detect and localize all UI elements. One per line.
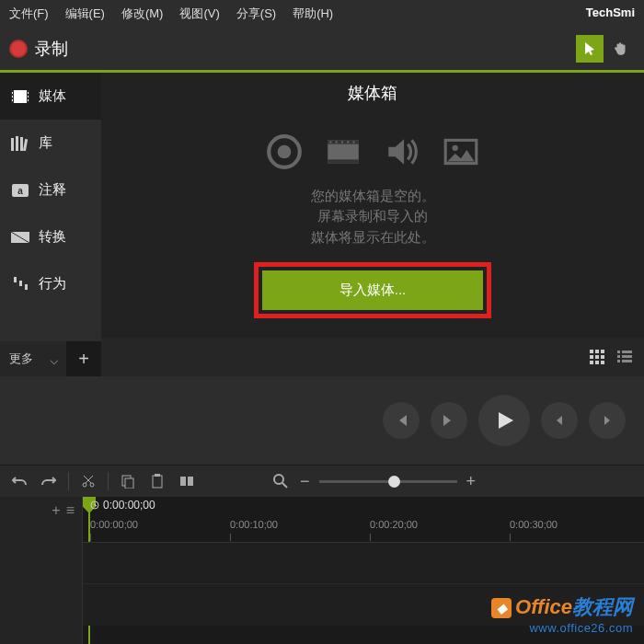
forward-button[interactable] (589, 402, 626, 439)
svg-rect-4 (12, 96, 13, 98)
svg-rect-43 (622, 355, 632, 358)
svg-rect-35 (595, 355, 599, 359)
sidebar-item-label: 注释 (39, 181, 66, 199)
menu-modify[interactable]: 修改(M) (121, 6, 164, 22)
ruler-tick: 0:00:10;00 (230, 519, 278, 530)
zoom-out-button[interactable]: − (300, 472, 310, 491)
sidebar-item-label: 行为 (39, 275, 66, 293)
undo-button[interactable] (9, 471, 29, 491)
svg-rect-17 (19, 281, 22, 286)
prev-frame-button[interactable] (383, 402, 420, 439)
svg-rect-18 (25, 284, 28, 290)
svg-rect-36 (601, 355, 604, 359)
timeline-toolbar: − + (0, 465, 644, 497)
playback-controls (0, 376, 644, 465)
svg-rect-26 (341, 141, 343, 143)
svg-rect-53 (188, 477, 193, 486)
record-icon (9, 40, 28, 58)
svg-rect-11 (20, 137, 23, 151)
copy-icon (121, 474, 135, 489)
svg-rect-40 (617, 351, 620, 353)
undo-icon (12, 474, 27, 489)
video-icon (324, 132, 362, 171)
split-icon (179, 474, 194, 489)
empty-state-text: 您的媒体箱是空的。 屏幕录制和导入的 媒体将显示在此处。 (311, 186, 435, 248)
sidebar: 媒体 库 a 注释 转换 行为 更多 ⌵ + (0, 73, 101, 376)
split-button[interactable] (177, 471, 197, 491)
paste-button[interactable] (147, 471, 167, 491)
svg-rect-41 (622, 351, 632, 353)
sidebar-item-transitions[interactable]: 转换 (0, 213, 101, 260)
svg-rect-50 (153, 476, 162, 488)
highlight-box: 导入媒体... (254, 262, 491, 318)
svg-rect-24 (329, 141, 331, 143)
grid-view-button[interactable] (585, 345, 609, 369)
menu-edit[interactable]: 编辑(E) (65, 6, 105, 22)
menu-bar: 文件(F) 编辑(E) 修改(M) 视图(V) 分享(S) 帮助(H) Tech… (0, 0, 644, 28)
svg-text:a: a (17, 186, 23, 196)
behavior-icon (11, 277, 29, 292)
sidebar-item-label: 库 (39, 134, 52, 152)
panel-title: 媒体箱 (101, 73, 644, 113)
media-type-icons (265, 132, 480, 171)
zoom-thumb[interactable] (388, 476, 400, 488)
svg-rect-45 (622, 360, 632, 362)
record-button[interactable]: 录制 (9, 38, 68, 60)
add-track-button[interactable]: + (52, 502, 60, 519)
cut-button[interactable] (78, 471, 98, 491)
svg-rect-7 (28, 96, 29, 98)
time-ruler[interactable]: 0:00:00;00 0:00:10;00 0:00:20;00 0:00:30… (83, 519, 644, 543)
zoom-slider[interactable] (319, 480, 457, 483)
next-frame-icon (442, 413, 456, 428)
track-row[interactable] (83, 543, 644, 584)
hand-tool-button[interactable] (607, 35, 635, 63)
play-button[interactable] (478, 395, 530, 446)
play-icon (493, 409, 515, 431)
track-menu-button[interactable]: ≡ (66, 502, 75, 519)
hand-icon (613, 40, 629, 57)
list-view-button[interactable] (613, 345, 637, 369)
search-icon (273, 474, 288, 489)
svg-rect-52 (180, 477, 186, 486)
svg-rect-38 (595, 361, 599, 364)
record-bar: 录制 (0, 28, 644, 73)
sidebar-item-label: 媒体 (39, 87, 66, 105)
svg-rect-12 (23, 138, 28, 150)
cursor-tool-button[interactable] (576, 35, 604, 63)
svg-rect-33 (601, 350, 604, 353)
chevron-down-icon: ⌵ (42, 351, 66, 368)
sidebar-item-library[interactable]: 库 (0, 120, 101, 167)
svg-point-46 (83, 483, 86, 487)
sidebar-item-behaviors[interactable]: 行为 (0, 260, 101, 307)
image-icon (442, 132, 480, 171)
zoom-search-button[interactable] (270, 471, 291, 491)
redo-button[interactable] (39, 471, 59, 491)
chevron-left-icon (553, 414, 566, 427)
svg-point-30 (453, 144, 458, 150)
sidebar-item-media[interactable]: 媒体 (0, 73, 101, 120)
transition-icon (11, 230, 29, 245)
record-label: 录制 (35, 38, 68, 60)
sidebar-item-annotations[interactable]: a 注释 (0, 167, 101, 213)
chevron-right-icon (601, 414, 614, 427)
redo-icon (41, 474, 56, 489)
add-button[interactable]: + (66, 341, 101, 376)
svg-point-54 (274, 475, 283, 484)
menu-help[interactable]: 帮助(H) (293, 6, 333, 22)
record-circle-icon (265, 132, 304, 171)
more-button[interactable]: 更多 (0, 351, 42, 367)
watermark: ◆Office教程网 www.office26.com (491, 593, 633, 635)
menu-share[interactable]: 分享(S) (236, 6, 276, 22)
svg-rect-9 (11, 138, 14, 151)
audio-icon (383, 132, 421, 171)
media-icon (11, 89, 29, 104)
svg-rect-37 (590, 361, 593, 364)
menu-view[interactable]: 视图(V) (179, 6, 219, 22)
svg-rect-49 (125, 478, 133, 489)
zoom-in-button[interactable]: + (466, 472, 477, 491)
next-frame-button[interactable] (431, 402, 467, 439)
menu-file[interactable]: 文件(F) (9, 6, 49, 22)
back-button[interactable] (541, 402, 578, 439)
copy-button[interactable] (118, 471, 138, 491)
import-media-button[interactable]: 导入媒体... (262, 270, 483, 310)
